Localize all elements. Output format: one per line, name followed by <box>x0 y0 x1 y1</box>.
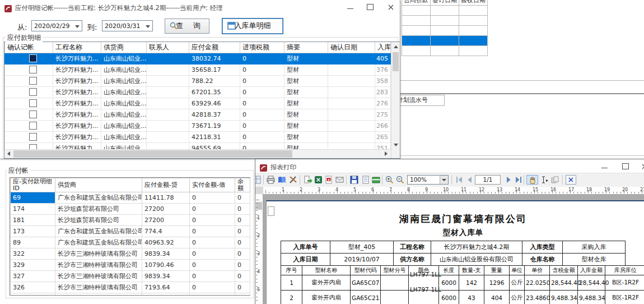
column-header[interactable]: 应-实付款明细ID <box>11 178 55 192</box>
to-date-select[interactable]: 2020/03/31 <box>102 20 153 31</box>
column-header[interactable]: 供货商 <box>101 42 147 53</box>
scrollbar-thumb[interactable] <box>13 150 292 158</box>
table-row[interactable]: 长沙万科魅力...山东南山铝业...63929.460型材276 <box>5 98 391 109</box>
scroll-down-arrow[interactable] <box>391 140 400 149</box>
minimize-button[interactable] <box>346 3 355 11</box>
confirm-checkbox[interactable] <box>29 88 37 96</box>
cell: 0 <box>240 98 284 109</box>
horizontal-scrollbar[interactable] <box>4 149 391 158</box>
scrollbar-thumb[interactable] <box>393 52 399 71</box>
column-header[interactable]: 确认日期 <box>328 42 375 53</box>
hand-tool-button[interactable] <box>526 175 538 185</box>
table-row[interactable]: 174长沙坦森贸易有限公司2720000 <box>11 204 250 215</box>
zoom-select[interactable]: 100% <box>407 175 449 185</box>
book-icon[interactable] <box>277 175 287 185</box>
table-row[interactable] <box>402 6 488 16</box>
close-button[interactable] <box>640 163 644 171</box>
table-row[interactable]: 长沙万科魅力...山东南山铝业...788.220型材358 <box>5 76 391 87</box>
cell: 0 <box>190 237 235 248</box>
table-row[interactable]: 89广东合和建筑五金制品有限公司40963.9200 <box>11 237 250 248</box>
ruler-tick <box>388 192 388 194</box>
title-bar[interactable]: 应付明细记帐------当前工程: 长沙万科魅力之城4.2期------当前用户… <box>0 0 400 15</box>
table-row[interactable] <box>402 46 488 56</box>
scroll-left-arrow[interactable] <box>4 150 13 158</box>
table-row[interactable]: 长沙万科魅力...山东南山铝业...38032.740型材405 <box>5 53 391 65</box>
column-header[interactable]: 实付金额-借 <box>190 178 235 192</box>
table-row[interactable]: 181长沙坦森贸易有限公司2720000 <box>11 215 250 226</box>
column-header[interactable]: 确认记帐 <box>5 42 53 53</box>
cell: GA65C07 <box>351 275 381 291</box>
table-row[interactable]: 长沙万科魅力...山东南山铝业...35658.170型材376 <box>5 65 391 76</box>
text-select-button[interactable] <box>540 175 549 185</box>
scroll-up-arrow[interactable] <box>391 42 400 51</box>
table-row[interactable] <box>402 26 488 36</box>
table-row[interactable] <box>402 16 488 26</box>
zoom-out-icon[interactable] <box>395 175 405 185</box>
copy-button[interactable] <box>550 175 560 185</box>
last-page-button[interactable] <box>514 175 523 185</box>
export-icon[interactable] <box>303 175 312 185</box>
confirm-checkbox[interactable] <box>29 66 37 73</box>
confirm-checkbox[interactable] <box>29 54 37 62</box>
close-preview-button[interactable] <box>566 175 576 185</box>
maximize-button[interactable] <box>366 3 375 11</box>
table-row[interactable]: 长沙万科魅力...山东南山铝业...73671.190型材266 <box>5 121 391 132</box>
table-row[interactable]: 长沙万科魅力...山东南山铝业...42118.310型材265 <box>5 132 391 143</box>
prev-page-button[interactable] <box>465 175 474 185</box>
column-header[interactable]: 余额 <box>235 178 250 192</box>
first-page-button[interactable] <box>455 175 464 185</box>
plan-serial-field[interactable]: 计划流水号 <box>399 95 445 106</box>
table-row[interactable]: 长沙万科魅力...山东南山铝业...42818.370型材275 <box>5 109 391 121</box>
from-date-select[interactable]: 2020/02/29 <box>31 20 82 31</box>
close-button[interactable] <box>386 3 395 11</box>
maximize-button[interactable] <box>621 163 630 171</box>
tools-icon[interactable] <box>288 175 298 185</box>
divider <box>399 80 644 81</box>
confirm-checkbox[interactable] <box>29 99 37 107</box>
report-preview-area[interactable]: 12345 湖南巨晟门窗幕墙有限公司 型材入库单 入库单号型材_405工程名称长… <box>255 194 644 304</box>
table-row[interactable] <box>402 36 488 46</box>
table-row[interactable]: 329长沙市三湘特种玻璃有限公司10790.4600 <box>11 260 250 271</box>
vertical-scrollbar[interactable] <box>391 42 400 158</box>
pdf-export-icon[interactable] <box>324 175 334 185</box>
table-row[interactable]: 173广东合和建筑五金制品有限公司774.400 <box>11 226 250 237</box>
column-header[interactable]: 工程名称 <box>53 42 101 53</box>
column-header[interactable]: 应付金额-贷 <box>142 178 190 192</box>
column-header: 含税金额 <box>550 266 578 275</box>
table-row[interactable]: 长沙市三湘特种玻璃有限公司 <box>11 293 250 296</box>
table-row[interactable]: 326长沙市三湘特种玻璃有限公司7193.6400 <box>11 282 250 293</box>
page-number-input[interactable]: 1/1 <box>475 175 501 185</box>
print-icon[interactable] <box>266 175 276 185</box>
table-row[interactable]: 69广东合和建筑五金制品有限公司11411.7800 <box>11 192 250 204</box>
cell <box>147 76 189 87</box>
column-header[interactable]: 摘要 <box>284 42 328 53</box>
app-logo-icon <box>4 4 12 11</box>
document-icon[interactable] <box>361 175 370 185</box>
cell: 0 <box>235 282 250 293</box>
inbound-detail-button[interactable]: 入库单明细 <box>222 18 283 34</box>
table-row[interactable]: 327长沙市三湘特种玻璃有限公司9839.3400 <box>11 271 250 282</box>
column-header[interactable]: 进项税额 <box>240 42 284 53</box>
column-header[interactable]: 入库 <box>375 42 391 53</box>
title-bar[interactable]: 报表打印 <box>255 159 644 174</box>
excel-export-icon[interactable] <box>314 175 323 185</box>
column-header[interactable]: 供货商 <box>55 178 142 192</box>
cell <box>147 132 189 143</box>
mail-icon[interactable] <box>335 175 344 185</box>
minimize-button[interactable] <box>600 163 609 171</box>
query-button[interactable]: 查 询 <box>165 19 209 34</box>
confirm-checkbox[interactable] <box>29 133 37 141</box>
next-page-button[interactable] <box>504 175 514 185</box>
confirm-checkbox[interactable] <box>29 77 37 85</box>
scroll-right-arrow[interactable] <box>382 150 391 158</box>
column-header[interactable]: 联系人 <box>147 42 189 53</box>
zoom-in-icon[interactable] <box>385 175 394 185</box>
confirm-checkbox[interactable] <box>29 110 37 118</box>
confirm-checkbox[interactable] <box>29 122 37 130</box>
save-icon[interactable] <box>349 175 359 185</box>
table-row[interactable]: 322长沙市三湘特种玻璃有限公司9839.3400 <box>11 248 250 260</box>
design-view-icon[interactable] <box>255 175 262 185</box>
table-row[interactable]: 长沙万科魅力...山东南山铝业...67201.350型材283 <box>5 87 391 98</box>
column-header[interactable]: 应付金额 <box>189 42 240 53</box>
package-icon[interactable] <box>371 175 381 185</box>
